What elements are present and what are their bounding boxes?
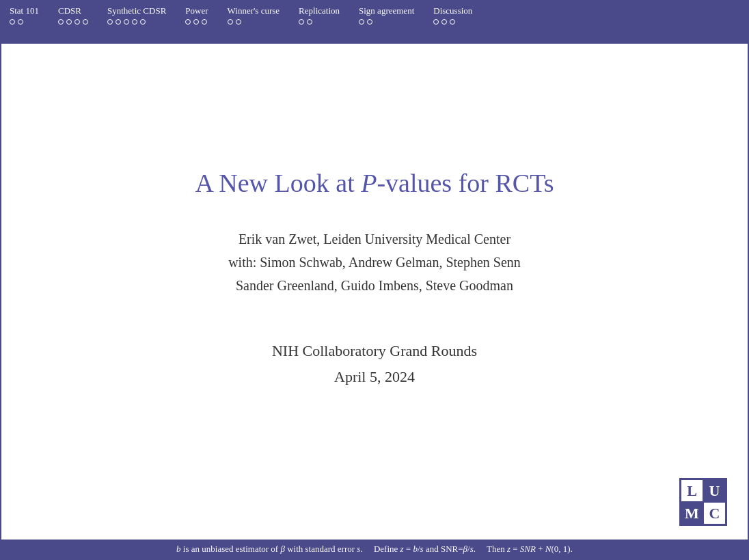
bottom-bar: b is an unbiased estimator of β with sta…	[1, 540, 748, 559]
nav-label: Synthetic CDSR	[107, 5, 166, 16]
nav-label: Stat 101	[10, 5, 39, 16]
nav-item-winners-curse[interactable]: Winner's curse	[228, 5, 280, 25]
nav-dots	[107, 19, 146, 25]
nav-dot	[433, 19, 439, 25]
author-with: with: Simon Schwab, Andrew Gelman, Steph…	[228, 251, 521, 274]
main-title: A New Look at P-values for RCTs	[195, 167, 554, 200]
nav-dot	[450, 19, 455, 25]
nav-label: Power	[185, 5, 208, 16]
author-main: Erik van Zwet, Leiden University Medical…	[228, 227, 521, 251]
nav-item-cdsr[interactable]: CDSR	[58, 5, 88, 25]
nav-dots	[299, 19, 312, 25]
nav-item-discussion[interactable]: Discussion	[433, 5, 472, 25]
nav-item-replication[interactable]: Replication	[299, 5, 340, 25]
nav-item-synthetic-cdsr[interactable]: Synthetic CDSR	[107, 5, 166, 25]
event-area: NIH Collaboratory Grand Rounds April 5, …	[272, 338, 477, 389]
nav-item-stat-101[interactable]: Stat 101	[10, 5, 39, 25]
nav-dots	[58, 19, 88, 25]
nav-dot	[66, 19, 72, 25]
lumc-logo-area: L U M C	[679, 478, 727, 526]
nav-dot	[193, 19, 199, 25]
nav-dot	[299, 19, 304, 25]
nav-dot	[228, 19, 233, 25]
nav-dot	[74, 19, 80, 25]
nav-label: Winner's curse	[228, 5, 280, 16]
nav-label: Discussion	[433, 5, 472, 16]
nav-dots	[433, 19, 455, 25]
nav-dot	[441, 19, 447, 25]
nav-label: Replication	[299, 5, 340, 16]
lumc-C: C	[703, 502, 726, 524]
title-area: A New Look at P-values for RCTs	[195, 167, 554, 200]
nav-dot	[124, 19, 129, 25]
nav-dots	[359, 19, 372, 25]
nav-item-power[interactable]: Power	[185, 5, 208, 25]
nav-dot	[202, 19, 207, 25]
nav-dot	[83, 19, 88, 25]
lumc-U: U	[703, 479, 726, 502]
nav-bar: Stat 101CDSRSynthetic CDSRPowerWinner's …	[1, 1, 748, 44]
nav-dot	[132, 19, 137, 25]
lumc-logo: L U M C	[679, 478, 727, 526]
nav-dot	[367, 19, 372, 25]
event-date: April 5, 2024	[272, 364, 477, 389]
nav-item-sign-agreement[interactable]: Sign agreement	[359, 5, 414, 25]
nav-dot	[107, 19, 113, 25]
nav-dot	[10, 19, 15, 25]
author-with-cont: Sander Greenland, Guido Imbens, Steve Go…	[228, 274, 521, 297]
nav-label: Sign agreement	[359, 5, 414, 16]
event-name: NIH Collaboratory Grand Rounds	[272, 338, 477, 363]
nav-dot	[140, 19, 146, 25]
main-content: A New Look at P-values for RCTs Erik van…	[1, 44, 748, 540]
nav-dot	[185, 19, 191, 25]
nav-dot	[18, 19, 23, 25]
nav-dots	[10, 19, 23, 25]
nav-dot	[236, 19, 241, 25]
nav-dots	[185, 19, 207, 25]
nav-dots	[228, 19, 241, 25]
lumc-M: M	[681, 502, 703, 524]
nav-label: CDSR	[58, 5, 81, 16]
slide: Stat 101CDSRSynthetic CDSRPowerWinner's …	[0, 0, 749, 560]
lumc-L: L	[681, 479, 703, 502]
nav-dot	[115, 19, 121, 25]
nav-dot	[58, 19, 64, 25]
authors-area: Erik van Zwet, Leiden University Medical…	[228, 227, 521, 297]
nav-dot	[307, 19, 312, 25]
nav-dot	[359, 19, 364, 25]
